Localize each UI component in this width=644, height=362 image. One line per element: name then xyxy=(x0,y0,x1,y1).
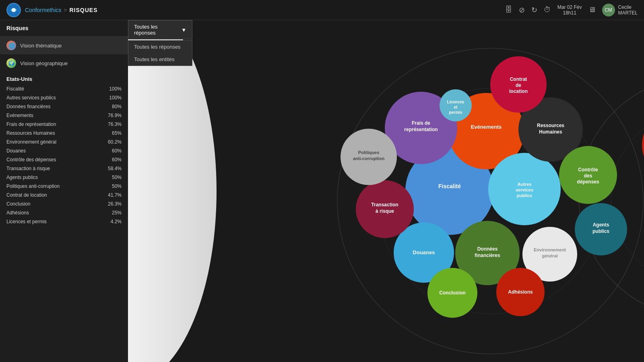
label-licences-3: permis xyxy=(449,110,462,115)
sidebar-thematic-label: Vision thématique xyxy=(20,43,62,49)
label-rh-2: Humaines xyxy=(539,129,562,135)
sidebar-item-pct: 60% xyxy=(112,157,122,162)
sidebar-item-thematic[interactable]: 🌐 Vision thématique xyxy=(0,37,128,54)
sidebar-list-item-8[interactable]: Contrôle des dépenses60% xyxy=(0,155,128,164)
dropdown-menu: Toutes les réponses Toutes les entités xyxy=(128,40,192,66)
label-env-1: Environnement xyxy=(534,247,566,252)
sidebar-list-item-0[interactable]: Fiscalité100% xyxy=(0,84,128,93)
sidebar-item-name: Agents publics xyxy=(6,175,38,180)
sidebar-item-geographic[interactable]: 🌍 Vision géographique xyxy=(0,54,128,72)
sidebar-list-item-14[interactable]: Adhésions25% xyxy=(0,208,128,217)
date-line1: Mar 02 Fév xyxy=(557,4,582,10)
user-info: CM Cecile MARTEL xyxy=(602,4,638,16)
sidebar-geo-label: Vision géographique xyxy=(20,60,68,66)
sidebar-list-item-1[interactable]: Autres services publics100% xyxy=(0,93,128,102)
label-frais-2: représentation xyxy=(404,127,438,132)
sidebar-item-pct: 4.2% xyxy=(111,219,122,224)
sidebar-country: Etats-Unis xyxy=(0,72,128,84)
user-firstname: Cecile xyxy=(618,4,638,10)
sidebar-item-name: Politiques anti-corruption xyxy=(6,183,60,189)
label-frais-1: Frais de xyxy=(412,120,430,126)
sidebar-item-pct: 80% xyxy=(112,104,122,109)
label-agents-1: Agents xyxy=(593,222,609,228)
dropdown-trigger[interactable]: Toutes les réponses ▼ xyxy=(128,20,192,39)
sidebar-item-name: Douanes xyxy=(6,148,26,154)
label-rh-1: Ressources xyxy=(537,123,564,128)
sidebar-item-pct: 60.2% xyxy=(108,139,122,145)
sidebar-list-item-3[interactable]: Evénements76.9% xyxy=(0,111,128,120)
sidebar-list-item-2[interactable]: Données financières80% xyxy=(0,102,128,111)
sidebar-item-name: Environnement général xyxy=(6,139,56,145)
label-fiscalite: Fiscalité xyxy=(438,183,461,189)
bubble-right-red[interactable] xyxy=(642,109,644,180)
sidebar-item-pct: 100% xyxy=(109,95,122,101)
dropdown-option-1[interactable]: Toutes les entités xyxy=(128,53,192,66)
geo-icon: 🌍 xyxy=(6,58,16,68)
label-agents-2: publics xyxy=(592,228,609,234)
sidebar-item-name: Conclusion xyxy=(6,201,30,207)
sidebar-list-item-10[interactable]: Agents publics50% xyxy=(0,173,128,182)
label-pol-2: anti-corruption xyxy=(353,156,384,161)
label-donnees-1: Données xyxy=(477,246,498,252)
company-name: Conformethics xyxy=(25,7,61,13)
label-controle-2: des xyxy=(584,173,592,179)
user-name-block: Cecile MARTEL xyxy=(618,4,638,16)
thematic-icon: 🌐 xyxy=(6,41,16,50)
sidebar-item-pct: 25% xyxy=(112,210,122,216)
sidebar-list-item-13[interactable]: Conclusion26.3% xyxy=(0,200,128,208)
sidebar-item-pct: 50% xyxy=(112,175,122,180)
sidebar-section-title: Risques xyxy=(0,20,128,37)
dropdown-selected: Toutes les réponses xyxy=(134,24,178,36)
breadcrumb: Conformethics > RISQUES xyxy=(25,7,97,13)
sidebar-item-pct: 76.3% xyxy=(108,121,122,127)
label-controle-1: Contrôle xyxy=(578,167,598,173)
sidebar-list-item-11[interactable]: Politiques anti-corruption50% xyxy=(0,182,128,191)
label-controle-3: dépenses xyxy=(577,179,599,185)
sidebar-list-item-4[interactable]: Frais de représentation76.3% xyxy=(0,120,128,129)
header-tools: 🗄 ⊘ ↻ ⏱ Mar 02 Fév 18h11 🖥 CM Cecile MAR… xyxy=(505,4,638,16)
clock-icon[interactable]: ⏱ xyxy=(544,6,551,14)
label-pol-1: Politiques xyxy=(358,150,380,155)
svg-point-1 xyxy=(12,8,16,12)
sidebar-item-name: Contrôle des dépenses xyxy=(6,157,56,162)
database-icon[interactable]: 🗄 xyxy=(505,6,512,14)
page-title: RISQUES xyxy=(69,7,97,13)
sidebar-item-name: Autres services publics xyxy=(6,95,56,101)
sidebar-item-name: Adhésions xyxy=(6,210,29,216)
sidebar-item-pct: 60% xyxy=(112,148,122,154)
sidebar-list-item-5[interactable]: Ressources Humaines65% xyxy=(0,129,128,138)
sidebar-item-name: Licences et permis xyxy=(6,219,47,224)
gauge-icon[interactable]: ⊘ xyxy=(519,6,525,14)
sidebar-item-name: Transaction à risque xyxy=(6,166,50,171)
sidebar-list-item-7[interactable]: Douanes60% xyxy=(0,146,128,155)
sidebar-list-item-6[interactable]: Environnement général60.2% xyxy=(0,138,128,146)
label-autres-3: publics xyxy=(517,193,533,198)
sidebar: Risques 🌐 Vision thématique 🌍 Vision géo… xyxy=(0,20,128,362)
sidebar-list-item-9[interactable]: Transaction à risque58.4% xyxy=(0,164,128,173)
datetime: Mar 02 Fév 18h11 xyxy=(557,4,582,16)
user-surname: MARTEL xyxy=(618,10,638,16)
label-licences-1: Licences xyxy=(447,100,464,104)
sidebar-item-name: Ressources Humaines xyxy=(6,130,55,136)
dropdown-area: Toutes les réponses ▼ Toutes les réponse… xyxy=(128,20,233,66)
monitor-icon[interactable]: 🖥 xyxy=(588,6,596,14)
sidebar-item-name: Fiscalité xyxy=(6,86,24,92)
main-visualization: Fiscalité Evénements Frais de représenta… xyxy=(128,20,644,362)
label-env-2: général xyxy=(542,253,557,258)
sidebar-list-item-15[interactable]: Licences et permis4.2% xyxy=(0,217,128,226)
label-adhesions: Adhésions xyxy=(508,289,533,295)
label-contrat-2: de xyxy=(516,82,521,88)
refresh-icon[interactable]: ↻ xyxy=(531,6,537,14)
sidebar-item-name: Données financières xyxy=(6,104,50,109)
label-donnees-2: financières xyxy=(475,253,500,258)
sidebar-list-item-12[interactable]: Contrat de location41.7% xyxy=(0,191,128,200)
date-line2: 18h11 xyxy=(557,10,582,16)
label-conclusion: Conclusion xyxy=(439,290,465,296)
label-contrat-3: location xyxy=(509,88,528,94)
label-douanes: Douanes xyxy=(413,249,435,255)
dropdown-option-0[interactable]: Toutes les réponses xyxy=(128,41,192,53)
breadcrumb-separator: > xyxy=(64,7,67,13)
dropdown-arrow-icon: ▼ xyxy=(181,27,186,33)
sidebar-item-pct: 58.4% xyxy=(108,166,122,171)
label-transaction-2: à risque xyxy=(376,208,394,214)
